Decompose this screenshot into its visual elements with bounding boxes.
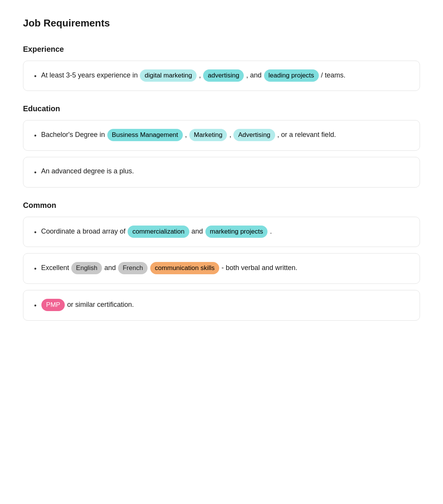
bullet-dot: • <box>34 264 36 275</box>
tag-gray: French <box>118 262 148 274</box>
plain-text: or similar certification. <box>65 301 134 308</box>
bullet-dot: • <box>34 130 36 142</box>
card-edu-2: •An advanced degree is a plus. <box>23 157 420 188</box>
tag-gray: English <box>71 262 102 274</box>
bullet-item: •Excellent English and French communicat… <box>34 262 409 275</box>
plain-text: , <box>183 131 189 138</box>
plain-text: and <box>190 227 205 235</box>
plain-text: , and <box>244 71 263 79</box>
plain-text: / teams. <box>319 71 346 79</box>
section-experience: Experience•At least 3-5 years experience… <box>23 43 420 91</box>
plain-text: Coordinate a broad array of <box>41 227 127 235</box>
sections-container: Experience•At least 3-5 years experience… <box>23 43 420 321</box>
bullet-text: Excellent English and French communicati… <box>41 262 409 274</box>
card-edu-1: •Bachelor's Degree in Business Managemen… <box>23 120 420 151</box>
plain-text: Bachelor's Degree in <box>41 131 107 138</box>
bullet-dot: • <box>34 71 36 82</box>
bullet-item: •Bachelor's Degree in Business Managemen… <box>34 129 409 142</box>
bullet-text: Bachelor's Degree in Business Management… <box>41 129 409 141</box>
section-title-experience: Experience <box>23 43 420 55</box>
bullet-item: •An advanced degree is a plus. <box>34 166 409 179</box>
plain-text: . <box>268 227 272 235</box>
card-com-3: •PMP or similar certification. <box>23 290 420 321</box>
plain-text: An advanced degree is a plus. <box>41 167 134 175</box>
tag-cyan-light: digital marketing <box>140 69 197 82</box>
bullet-dot: • <box>34 167 36 179</box>
section-title-education: Education <box>23 102 420 115</box>
section-common: Common•Coordinate a broad array of comme… <box>23 199 420 321</box>
plain-text: and <box>102 264 118 272</box>
card-com-1: •Coordinate a broad array of commerciali… <box>23 217 420 247</box>
bullet-text: An advanced degree is a plus. <box>41 166 409 177</box>
plain-text: Excellent <box>41 264 71 272</box>
page-container: Job Requirements Experience•At least 3-5… <box>23 15 420 321</box>
plain-text <box>148 264 150 272</box>
tag-cyan: Business Management <box>107 129 183 141</box>
bullet-dot: • <box>34 227 36 239</box>
card-exp-1: •At least 3-5 years experience in digita… <box>23 61 420 91</box>
plain-text: At least 3-5 years experience in <box>41 71 139 79</box>
page-title: Job Requirements <box>23 15 420 31</box>
bullet-item: •At least 3-5 years experience in digita… <box>34 69 409 82</box>
plain-text: , <box>197 71 203 79</box>
bullet-text: Coordinate a broad array of commercializ… <box>41 226 409 238</box>
tag-cyan: leading projects <box>264 69 319 82</box>
bullet-dot: • <box>34 300 36 312</box>
tag-cyan-light: Marketing <box>189 129 227 141</box>
tag-orange: communication skills <box>150 262 219 274</box>
tag-cyan-light: Advertising <box>233 129 275 141</box>
section-education: Education•Bachelor's Degree in Business … <box>23 102 420 187</box>
tag-cyan: commercialization <box>128 226 189 238</box>
plain-text: - both verbal and written. <box>220 264 297 272</box>
bullet-text: PMP or similar certification. <box>41 299 409 311</box>
bullet-text: At least 3-5 years experience in digital… <box>41 69 409 82</box>
tag-pink: PMP <box>41 299 65 311</box>
plain-text: , <box>227 131 233 138</box>
plain-text: , or a relevant field. <box>276 131 336 138</box>
tag-cyan: advertising <box>203 69 244 82</box>
section-title-common: Common <box>23 199 420 211</box>
card-com-2: •Excellent English and French communicat… <box>23 253 420 284</box>
bullet-item: •PMP or similar certification. <box>34 299 409 312</box>
tag-cyan: marketing projects <box>205 226 268 238</box>
bullet-item: •Coordinate a broad array of commerciali… <box>34 226 409 239</box>
